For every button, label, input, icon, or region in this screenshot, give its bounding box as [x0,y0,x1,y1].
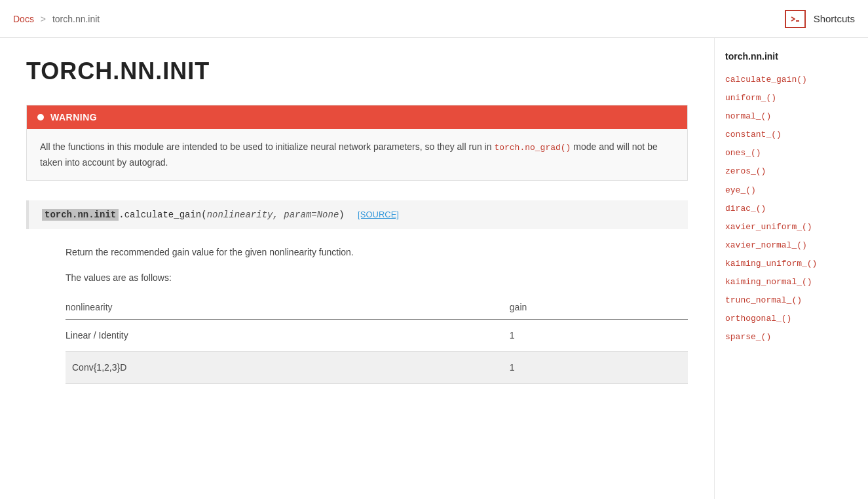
sidebar-link[interactable]: orthogonal_() [725,310,854,328]
sidebar-link[interactable]: constant_() [725,126,854,144]
function-separator: . [119,210,124,220]
sidebar-link[interactable]: calculate_gain() [725,71,854,89]
col-nonlinearity: nonlinearity [66,295,510,320]
sidebar-link[interactable]: xavier_uniform_() [725,218,854,236]
function-signature-block: torch.nn.init.calculate_gain(nonlinearit… [26,200,688,229]
values-table: nonlinearity gain Linear / Identity1Conv… [66,295,688,384]
cell-nonlinearity: Conv{1,2,3}D [66,351,510,383]
sidebar-title: torch.nn.init [725,51,854,62]
sidebar: torch.nn.init calculate_gain()uniform_()… [714,38,865,499]
sidebar-link[interactable]: ones_() [725,144,854,162]
warning-code: torch.no_grad() [494,143,571,153]
breadcrumb-separator: > [41,14,46,24]
warning-dot-icon [37,114,44,120]
function-module: torch.nn.init [42,209,119,221]
sidebar-link[interactable]: eye_() [725,181,854,200]
warning-body-text: All the functions in this module are int… [40,141,492,152]
sidebar-link[interactable]: xavier_normal_() [725,236,854,255]
warning-box: WARNING All the functions in this module… [26,105,688,181]
function-description: Return the recommended gain value for th… [66,245,688,259]
layout: TORCH.NN.INIT WARNING All the functions … [0,38,868,499]
values-intro: The values are as follows: [66,270,688,285]
cell-gain: 1 [510,319,688,351]
warning-body: All the functions in this module are int… [27,129,687,180]
sidebar-link[interactable]: normal_() [725,107,854,126]
shortcuts-label: Shortcuts [814,13,855,24]
terminal-icon[interactable] [785,10,806,28]
sidebar-links: calculate_gain()uniform_()normal_()const… [725,71,854,346]
page-title: TORCH.NN.INIT [26,58,688,85]
table-row: Linear / Identity1 [66,319,688,351]
sidebar-link[interactable]: uniform_() [725,89,854,107]
sidebar-link[interactable]: sparse_() [725,328,854,346]
breadcrumb-current: torch.nn.init [52,14,100,24]
table-row: Conv{1,2,3}D1 [66,351,688,383]
breadcrumb-docs-link[interactable]: Docs [13,14,34,24]
sidebar-link[interactable]: kaiming_normal_() [725,273,854,291]
main-content: TORCH.NN.INIT WARNING All the functions … [0,38,714,499]
cell-nonlinearity: Linear / Identity [66,319,510,351]
warning-header: WARNING [27,105,687,129]
sidebar-link[interactable]: kaiming_uniform_() [725,255,854,273]
col-gain: gain [510,295,688,320]
topbar: Docs > torch.nn.init Shortcuts [0,0,868,38]
cell-gain: 1 [510,351,688,383]
sidebar-link[interactable]: dirac_() [725,200,854,218]
function-name: calculate_gain [124,210,202,220]
function-source-link[interactable]: [SOURCE] [358,210,399,219]
sidebar-link[interactable]: trunc_normal_() [725,291,854,310]
function-params: nonlinearity, param=None [207,210,339,220]
topbar-right: Shortcuts [785,10,855,28]
sidebar-link[interactable]: zeros_() [725,162,854,181]
breadcrumb: Docs > torch.nn.init [13,14,100,24]
content-area: Return the recommended gain value for th… [26,245,688,384]
table-header-row: nonlinearity gain [66,295,688,320]
warning-header-label: WARNING [50,112,97,122]
